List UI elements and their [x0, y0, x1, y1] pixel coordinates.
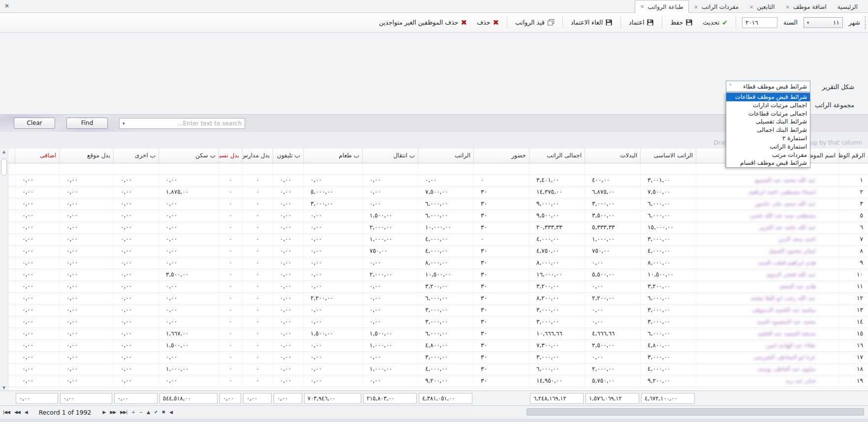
cell[interactable]: ٣٠ — [473, 328, 529, 339]
report-dropdown-item-0[interactable]: شرائط قبض موظف قطاعات — [726, 93, 810, 101]
search-input[interactable]: ▾ ...Enter text to search — [119, 118, 245, 129]
cell[interactable]: ٣٠ — [473, 245, 529, 257]
nav-prev-page-button[interactable]: ◀◀ — [14, 410, 20, 415]
scrollbar-thumb[interactable] — [1, 158, 7, 176]
new-row-cell[interactable] — [362, 163, 418, 175]
cell[interactable]: ٥,٠٠٠,٠٠ — [303, 186, 362, 198]
column-header-9[interactable]: ب تليفون — [273, 149, 303, 163]
cell[interactable]: ٢,٢٠٠,٠٠ — [303, 293, 362, 304]
cell[interactable]: ٠,٠٠ — [59, 269, 113, 280]
new-row-cell[interactable] — [158, 163, 218, 175]
cell[interactable]: ٤,٠٠٠,٠٠ — [418, 363, 473, 375]
cell[interactable]: ٠,٠٠ — [59, 175, 113, 186]
table-row[interactable]: ٦عبد الله حامد عبد العزيز١٥,٠٠٠,٠٠٥,٣٣٣,… — [9, 222, 868, 234]
cell[interactable]: ٠,٠٠ — [273, 186, 303, 198]
cell[interactable]: ٣ — [838, 198, 868, 210]
cell[interactable]: ٨,٠٠٠,٠٠ — [529, 257, 585, 269]
table-row[interactable]: ١٩حنان عبد ربه٩,٢٠٠,٠٠٥,٧٥٠,٠٠١٤,٩٥٠,٠٠٣… — [9, 375, 868, 387]
cell[interactable]: ٤,٦٦٦,٦٦ — [585, 328, 640, 339]
table-row[interactable]: ٩هدى ابراهيم قطب السيد٨,٠٠٠,٠٠٠,٠٠٨,٠٠٠,… — [9, 257, 868, 269]
cell[interactable]: ١,٠٠٠,٠٠ — [362, 340, 418, 351]
approve-button[interactable]: اعتماد — [627, 17, 656, 28]
column-header-5[interactable]: حضور — [473, 149, 529, 163]
table-row[interactable]: ١٥مديحة السعيد عبد الحليم٦,٠٠٠,٠٠٤,٦٦٦,٦… — [9, 328, 868, 340]
nav-next-page-button[interactable]: ▶▶ — [110, 410, 116, 415]
table-row[interactable]: ١٦نجلاء عبد الهادى امين٤,٨٠٠,٠٠٢,٥٠٠,٠٠٧… — [9, 340, 868, 352]
cell[interactable]: ١٨ — [838, 363, 868, 375]
cell[interactable]: ٠,٠٠ — [113, 352, 158, 363]
cell[interactable]: ٦,٠٠٠,٠٠ — [418, 198, 473, 210]
cell[interactable]: ٣,٠٠٠,٠٠ — [303, 198, 362, 210]
window-close-icon[interactable]: ✕ — [3, 2, 11, 10]
cell[interactable]: ٣٠ — [473, 363, 529, 375]
cell[interactable]: ٣٠ — [473, 340, 529, 351]
cell[interactable]: ٠,٠٠ — [303, 257, 362, 269]
cell[interactable]: ٧,٥٠٠,٠٠ — [418, 186, 473, 198]
cell[interactable]: ٣,٠٠٠,٠٠ — [640, 304, 696, 316]
cell[interactable]: ٠,٠٠ — [158, 175, 218, 186]
cell[interactable]: ٠ — [242, 375, 273, 387]
cell-employee-name[interactable]: عبد الله فتحى البدوى — [696, 269, 838, 280]
cell[interactable]: ٠,٠٠ — [113, 186, 158, 198]
cell[interactable]: ٠,٠٠ — [303, 234, 362, 245]
cell[interactable]: ٠,٠٠ — [362, 352, 418, 363]
cell[interactable]: ٠,٠٠ — [273, 210, 303, 221]
cell[interactable]: ٠,٠٠ — [303, 340, 362, 351]
cell[interactable]: ٠ — [242, 210, 273, 221]
cell[interactable]: ١٠ — [838, 269, 868, 280]
tab-4[interactable]: طباعة الرواتب✕ — [635, 0, 689, 13]
cell[interactable]: ٠ — [473, 175, 529, 186]
new-row-cell[interactable] — [303, 163, 362, 175]
cell[interactable]: ١٤ — [838, 316, 868, 328]
column-header-10[interactable]: بدل مدارس — [242, 149, 273, 163]
cell[interactable]: ٠ — [242, 222, 273, 233]
cell[interactable]: ٠,٠٠ — [585, 257, 640, 269]
new-row-cell[interactable] — [640, 163, 696, 175]
cell[interactable]: ٠,٠٠ — [273, 222, 303, 233]
cell[interactable]: ١٢ — [838, 293, 868, 304]
cell[interactable]: ٠,٠٠ — [273, 375, 303, 387]
cell[interactable]: ٠ — [242, 234, 273, 245]
cell[interactable]: ٦,٨٧٥,٠٠ — [585, 186, 640, 198]
cell[interactable]: ٤,٠٠٠,٠٠ — [418, 245, 473, 257]
table-row[interactable]: ٧احمد سعد الدين٣,٠٠٠,٠٠١,٠٠٠,٠٠٤,٠٠٠,٠٠٠… — [9, 234, 868, 245]
cell[interactable]: ٠,٠٠ — [585, 352, 640, 363]
cell[interactable]: ٠,٠٠ — [303, 352, 362, 363]
cell[interactable]: ٢,٥٠٠,٠٠ — [585, 340, 640, 351]
table-row[interactable]: ٢اسماء مصطفى احمد ابراهيم٧,٥٠٠,٠٠٦,٨٧٥,٠… — [9, 186, 868, 198]
cell[interactable]: ٠ — [242, 281, 273, 292]
cell[interactable]: ٠,٠٠ — [15, 375, 59, 387]
cell[interactable]: ٠ — [218, 198, 242, 210]
new-row-cell[interactable] — [113, 163, 158, 175]
cell[interactable]: ٠,٠٠ — [15, 328, 59, 339]
cell[interactable]: ٣,٠٠٠,٠٠ — [529, 352, 585, 363]
cell[interactable]: ٠ — [242, 363, 273, 375]
month-combo[interactable]: ١١ ▾ — [804, 17, 843, 28]
cell[interactable]: ٠,٠٠ — [15, 186, 59, 198]
cell-employee-name[interactable]: عبد الله رجب ابو العلا محمد — [696, 293, 838, 304]
cell[interactable]: ٠,٠٠ — [585, 281, 640, 292]
cell[interactable]: ٠ — [218, 281, 242, 292]
cell[interactable]: ٠ — [242, 352, 273, 363]
cell[interactable]: ٠ — [218, 222, 242, 233]
cell[interactable]: ٠,٠٠ — [113, 363, 158, 375]
new-row-cell[interactable] — [273, 163, 303, 175]
delete-absent-button[interactable]: ✖ حذف الموظفين الغير متواجدين — [377, 17, 469, 29]
cell[interactable]: ٠ — [218, 328, 242, 339]
tab-close-icon[interactable]: ✕ — [694, 4, 698, 10]
cell[interactable]: ٠,٠٠ — [113, 340, 158, 351]
cell[interactable]: ٠,٠٠ — [273, 328, 303, 339]
cell[interactable]: ٠,٠٠ — [273, 234, 303, 245]
cell[interactable]: ٠,٠٠ — [15, 352, 59, 363]
save-button[interactable]: حفظ — [668, 17, 695, 28]
cell[interactable]: ٠,٠٠ — [158, 210, 218, 221]
cell[interactable]: ٤٠٠,٠٠ — [585, 175, 640, 186]
new-row-cell[interactable] — [242, 163, 273, 175]
cell[interactable]: ٠,٠٠ — [59, 375, 113, 387]
cell[interactable]: ٤,٨٠٠,٠٠ — [418, 340, 473, 351]
cell[interactable]: ٠,٠٠ — [303, 316, 362, 328]
new-row-cell[interactable] — [838, 163, 868, 175]
cell[interactable]: ٣,٠٠١,٠٠ — [640, 175, 696, 186]
cell[interactable]: ٣٠ — [473, 198, 529, 210]
cell[interactable]: ٠,٠٠ — [15, 269, 59, 280]
